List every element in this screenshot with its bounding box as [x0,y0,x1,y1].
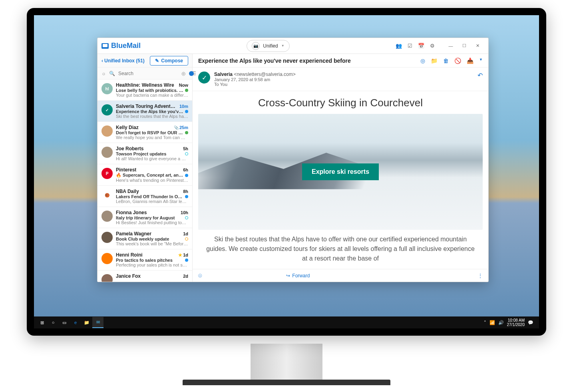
message-subject: Experience the Alps like you've never ex… [116,109,183,114]
message-time: Now [179,83,188,88]
archive-icon[interactable]: 📥 [467,58,474,64]
desktop-wallpaper: BlueMail 📷 Unified ▼ 👥 ☑ 📅 ⚙ — ☐ ✕ [34,15,539,328]
clock-date: 27/1/2020 [507,322,525,327]
people-icon[interactable]: 👥 [396,43,402,49]
spam-icon[interactable]: 🚫 [454,58,461,64]
message-preview: LeBron, Giannis remain All-Star leaders … [116,199,188,204]
taskbar-clock[interactable]: 10:08 AM 27/1/2020 [507,318,525,327]
minimize-button[interactable]: — [444,41,457,51]
sidebar-header: ‹ Unified Inbox (51) ✎ Compose [97,54,192,68]
wifi-icon[interactable]: 📶 [489,320,495,325]
titlebar-actions: 👥 ☑ 📅 ⚙ — ☐ ✕ [396,41,484,51]
status-dot [185,89,188,92]
compose-button[interactable]: ✎ Compose [150,56,188,66]
message-item[interactable]: PPinterest6h🔥 Supercars, Concept art, an… [97,164,192,186]
message-item[interactable]: Fionna Jones10hItaly trip itinerary for … [97,207,192,228]
edge-icon[interactable]: e [70,317,81,328]
brand-label: BlueMail [111,42,141,50]
titlebar: BlueMail 📷 Unified ▼ 👥 ☑ 📅 ⚙ — ☐ ✕ [97,38,488,54]
mark-read-icon[interactable]: ◎ [420,58,425,64]
chevron-down-icon[interactable]: ▼ [479,58,483,64]
hero-image: Explore ski resorts [198,114,483,230]
search-icon: 🔍 [109,71,115,76]
sender-name: Salveria Touring Adventures [116,103,177,109]
move-folder-icon[interactable]: 📁 [431,58,438,64]
message-item[interactable]: Henni Roini★1dPro tactics fo sales pitch… [97,249,192,271]
sender-avatar: ✓ [198,72,210,84]
message-time: 1d [183,231,188,236]
message-preview: This week's book will be "Me Before You"… [116,241,188,246]
status-dot [185,110,188,113]
message-subject: Towson Project updates [116,151,166,156]
status-dot [185,237,188,241]
mail-title: Cross-Country Skiing in Courchevel [193,91,488,114]
avatar [101,253,113,264]
message-item[interactable]: 🏀NBA Daily8hLakers Fend Off Thunder In O… [97,186,192,207]
settings-icon[interactable]: ⚙ [430,43,435,49]
window-controls: — ☐ ✕ [444,41,484,51]
message-time: 2d [183,274,188,279]
avatar [101,125,113,137]
maximize-button[interactable]: ☐ [458,41,471,51]
start-button[interactable]: ⊞ [36,317,48,328]
message-item[interactable]: ✓Salveria Touring Adventures10mExperienc… [97,101,192,122]
reply-icon[interactable]: ↶ [478,72,483,87]
more-icon[interactable]: ⋮ [478,273,483,279]
account-picker-icon: 📷 [252,42,260,50]
bluemail-window: BlueMail 📷 Unified ▼ 👥 ☑ 📅 ⚙ — ☐ ✕ [97,38,489,282]
close-button[interactable]: ✕ [472,41,484,51]
message-subject: Lakers Fend Off Thunder In Overtime; Tak… [116,194,183,199]
tray-chevron-icon[interactable]: ˄ [484,320,486,325]
forward-icon: ↪ [286,273,290,279]
pane-actions: ◎ 📁 🗑 🚫 📥 ▼ [420,58,483,64]
avatar [101,274,113,282]
filter-icon[interactable]: ☼ [101,71,106,76]
explore-button[interactable]: Explore ski resorts [302,163,379,180]
status-dot [185,131,188,134]
message-item[interactable]: Joe Roberts5hTowson Project updatesHi al… [97,143,192,164]
bluemail-taskbar-icon[interactable]: ✉ [92,317,103,328]
status-dot [185,152,188,155]
status-dot [185,174,188,177]
message-time: 5h [183,146,188,151]
taskview-button[interactable]: ▭ [59,317,70,328]
avatar: P [101,168,113,179]
explorer-icon[interactable]: 📁 [81,317,92,328]
back-link[interactable]: ‹ Unified Inbox (51) [101,58,145,64]
account-picker[interactable]: 📷 Unified ▼ [247,40,289,52]
system-tray: ˄ 📶 🔊 10:08 AM 27/1/2020 💬 [484,318,537,327]
message-preview: Hi Besties! Just finished putting togeth… [116,220,188,225]
pane-header: Experience the Alps like you've never ex… [193,54,488,68]
message-subject: Lose belly fat with probiotics. Power wa… [116,88,183,93]
compose-label: Compose [161,58,183,64]
avatar: 🏀 [101,189,113,201]
message-item[interactable]: Kelly Diaz📎25mDon't forget to RSVP for O… [97,122,192,143]
to-line: To You [214,82,296,87]
sender-name: Joe Roberts [116,146,143,151]
avatar [101,147,113,158]
volume-icon[interactable]: 🔊 [498,320,504,325]
message-item[interactable]: hlHealthline: Wellness WireNowLose belly… [97,80,192,101]
brand-logo-icon [101,43,109,49]
message-preview: Perfecting your sales pitch is not somet… [116,263,188,267]
notifications-icon[interactable]: 💬 [528,320,533,325]
forward-button[interactable]: ↪ Forward [286,273,310,279]
tasks-icon[interactable]: ☑ [408,43,412,49]
status-dot [185,259,188,262]
sidebar-tools: ☼ 🔍 ◎ ☰ [97,68,192,80]
star-icon: ★ [178,253,182,257]
message-subject: Italy trip itinerary for August [116,215,175,220]
message-time: 10m [179,104,188,109]
calendar-icon[interactable]: 📅 [418,43,424,49]
message-subject: Don't forget to RSVP for OUR Wedding!! [116,130,183,135]
sender-name: Pamela Wagner [116,231,151,237]
message-item[interactable]: Janice Fox2d [97,271,192,282]
search-input[interactable] [118,71,178,76]
share-icon[interactable]: ⦾ [198,273,202,279]
message-body: Cross-Country Skiing in Courchevel Explo… [193,91,488,269]
scope-icon[interactable]: ◎ [181,71,185,76]
message-item[interactable]: Pamela Wagner1dBook Club weekly updateTh… [97,228,192,249]
search-button[interactable]: ○ [48,317,59,328]
sender-name: Pinterest [116,167,136,173]
delete-icon[interactable]: 🗑 [443,58,449,64]
